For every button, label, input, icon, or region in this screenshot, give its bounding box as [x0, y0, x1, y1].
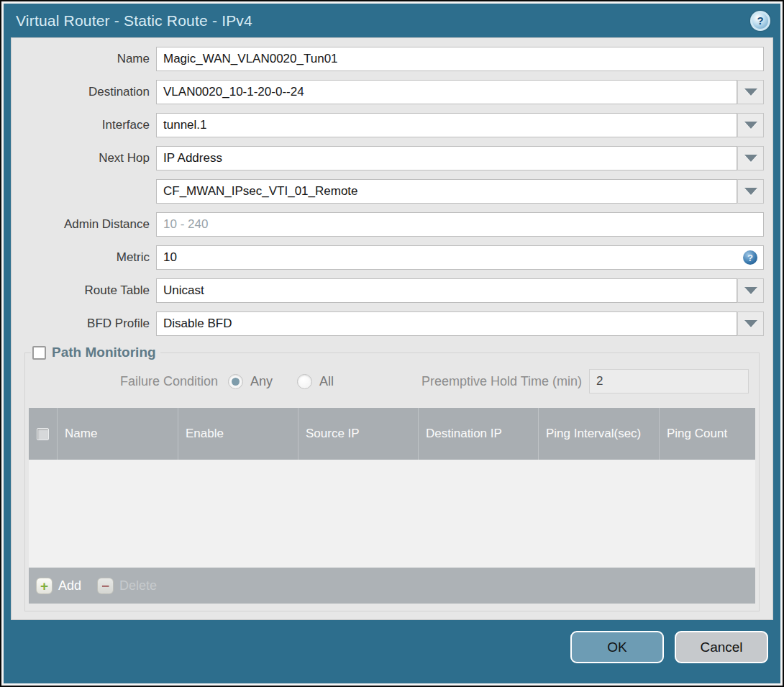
failure-condition-group: Failure Condition Any All: [28, 374, 334, 389]
interface-input[interactable]: [156, 113, 737, 137]
failure-condition-all-radio[interactable]: [297, 374, 312, 389]
help-icon[interactable]: ?: [750, 11, 770, 31]
table-header-checkbox-cell: [29, 408, 57, 460]
path-monitoring-section: Path Monitoring Failure Condition Any Al…: [24, 345, 760, 611]
help-icon-glyph: ?: [757, 14, 763, 27]
interface-row: Interface: [12, 113, 764, 137]
dialog-titlebar: Virtual Router - Static Route - IPv4 ?: [4, 4, 780, 37]
dialog-frame: Virtual Router - Static Route - IPv4 ? N…: [1, 1, 783, 686]
dialog-body-panel: Name Destination Interface: [11, 37, 773, 620]
delete-button-label: Delete: [119, 578, 157, 593]
chevron-down-icon: [744, 155, 757, 162]
route-table-input[interactable]: [156, 278, 737, 303]
route-table-label: Route Table: [12, 283, 156, 298]
chevron-down-icon: [744, 287, 757, 294]
dialog-footer: OK Cancel: [4, 620, 780, 683]
select-all-checkbox[interactable]: [37, 428, 49, 440]
destination-input[interactable]: [156, 80, 737, 104]
static-route-dialog: Virtual Router - Static Route - IPv4 ? N…: [0, 0, 784, 687]
interface-dropdown-button[interactable]: [737, 113, 764, 137]
path-monitoring-controls: Failure Condition Any All Preemptive Hol…: [28, 369, 749, 393]
name-input[interactable]: [156, 47, 764, 71]
table-toolbar: + Add − Delete: [29, 568, 755, 604]
delete-button[interactable]: − Delete: [97, 578, 157, 594]
name-row: Name: [12, 47, 764, 71]
next-hop-label: Next Hop: [12, 151, 156, 165]
destination-row: Destination: [12, 80, 764, 104]
minus-icon: −: [97, 578, 114, 594]
next-hop-address-row: [12, 179, 764, 204]
path-monitoring-table: Name Enable Source IP Destination IP Pin…: [29, 408, 755, 604]
path-monitoring-legend: Path Monitoring: [31, 345, 160, 360]
info-icon-glyph: ?: [747, 252, 753, 263]
next-hop-type-dropdown-button[interactable]: [737, 146, 764, 170]
next-hop-type-input[interactable]: [156, 146, 737, 170]
bfd-profile-dropdown-button[interactable]: [737, 311, 764, 336]
column-header-ping-count[interactable]: Ping Count: [659, 408, 755, 460]
column-header-ping-interval[interactable]: Ping Interval(sec): [538, 408, 659, 460]
interface-label: Interface: [12, 118, 156, 132]
column-header-source-ip[interactable]: Source IP: [298, 408, 418, 460]
failure-condition-all-label: All: [319, 374, 334, 389]
failure-condition-any-label: Any: [250, 374, 273, 389]
add-button[interactable]: + Add: [36, 578, 81, 594]
preemptive-hold-time-group: Preemptive Hold Time (min): [421, 369, 749, 393]
column-header-destination-ip[interactable]: Destination IP: [418, 408, 538, 460]
column-header-enable[interactable]: Enable: [178, 408, 298, 460]
route-table-dropdown-button[interactable]: [737, 278, 764, 303]
metric-row: Metric ?: [12, 245, 764, 270]
bfd-profile-input[interactable]: [156, 311, 737, 336]
dialog-title: Virtual Router - Static Route - IPv4: [16, 12, 750, 29]
failure-condition-any-radio[interactable]: [228, 374, 243, 389]
path-monitoring-checkbox[interactable]: [32, 346, 46, 360]
chevron-down-icon: [744, 188, 757, 195]
admin-distance-row: Admin Distance: [12, 212, 764, 237]
destination-dropdown-button[interactable]: [737, 80, 764, 104]
bfd-profile-label: BFD Profile: [12, 317, 156, 331]
path-monitoring-title: Path Monitoring: [52, 345, 156, 360]
bfd-profile-row: BFD Profile: [12, 311, 764, 336]
destination-label: Destination: [12, 85, 156, 99]
metric-label: Metric: [12, 250, 156, 265]
preemptive-hold-time-input[interactable]: [589, 369, 749, 393]
chevron-down-icon: [744, 320, 757, 327]
column-header-name[interactable]: Name: [57, 408, 178, 460]
plus-icon: +: [36, 578, 53, 594]
table-header-row: Name Enable Source IP Destination IP Pin…: [29, 408, 755, 460]
cancel-button[interactable]: Cancel: [675, 631, 768, 663]
admin-distance-label: Admin Distance: [12, 217, 156, 232]
chevron-down-icon: [744, 122, 757, 129]
metric-info-icon[interactable]: ?: [743, 250, 757, 265]
admin-distance-input[interactable]: [156, 212, 764, 237]
failure-condition-label: Failure Condition: [120, 374, 218, 389]
preemptive-hold-time-label: Preemptive Hold Time (min): [421, 374, 582, 389]
ok-button[interactable]: OK: [570, 631, 664, 663]
next-hop-address-input[interactable]: [156, 179, 737, 204]
static-route-form: Name Destination Interface: [12, 38, 772, 336]
name-label: Name: [12, 52, 156, 66]
metric-input[interactable]: [156, 245, 764, 270]
chevron-down-icon: [744, 88, 757, 96]
next-hop-row: Next Hop: [12, 146, 764, 170]
path-monitoring-table-body: [29, 460, 755, 568]
route-table-row: Route Table: [12, 278, 764, 303]
add-button-label: Add: [58, 578, 81, 593]
next-hop-address-dropdown-button[interactable]: [737, 179, 764, 204]
